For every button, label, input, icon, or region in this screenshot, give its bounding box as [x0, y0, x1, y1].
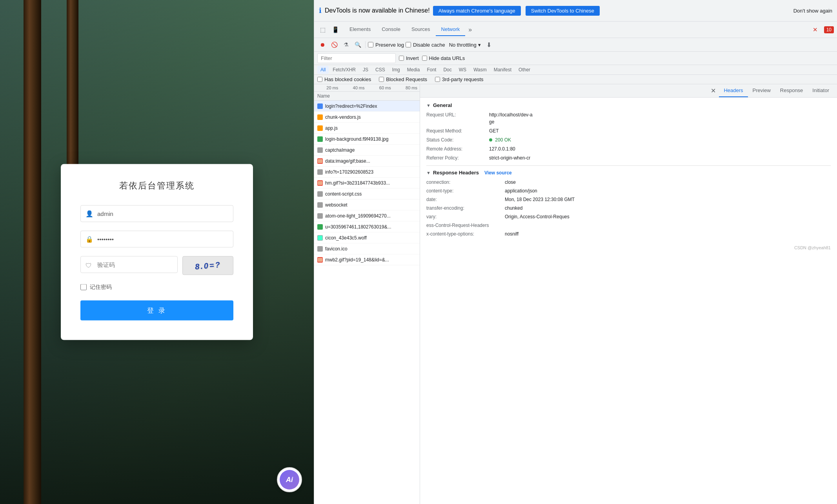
- filter-input[interactable]: [317, 53, 396, 63]
- resp-header-connection: connection: close: [426, 179, 831, 186]
- general-section-header[interactable]: ▼ General: [426, 102, 831, 108]
- resp-header-key: connection:: [426, 179, 505, 186]
- list-item[interactable]: app.js: [314, 123, 420, 134]
- view-source-link[interactable]: View source: [484, 170, 512, 176]
- filter-js[interactable]: JS: [360, 66, 371, 74]
- filter-other[interactable]: Other: [515, 66, 533, 74]
- username-group: 👤: [80, 205, 233, 222]
- list-item[interactable]: hm.gif?si=3b231847743b933...: [314, 178, 420, 189]
- tab-preview[interactable]: Preview: [748, 84, 775, 97]
- close-details-button[interactable]: ✕: [708, 85, 719, 96]
- throttling-select[interactable]: No throttling ▾: [447, 41, 483, 49]
- user-icon: 👤: [86, 210, 93, 218]
- svg-rect-0: [318, 159, 322, 163]
- blocked-requests-checkbox[interactable]: [379, 77, 384, 82]
- info-icon: ℹ: [319, 6, 322, 15]
- search-button[interactable]: 🔍: [353, 40, 363, 50]
- close-devtools-btn[interactable]: ✕: [810, 24, 821, 35]
- blocked-requests-label[interactable]: Blocked Requests: [386, 76, 427, 82]
- third-party-filter: 3rd-party requests: [435, 76, 484, 82]
- requests-section: 20 ms 40 ms 60 ms 80 ms Name login?redir…: [314, 84, 420, 504]
- list-item[interactable]: atom-one-light_16909694270...: [314, 210, 420, 221]
- tab-initiator[interactable]: Initiator: [808, 84, 834, 97]
- tab-response[interactable]: Response: [775, 84, 808, 97]
- resp-header-value: close: [505, 179, 516, 186]
- request-type-icon: [317, 180, 323, 186]
- resp-header-key: ess-Control-Request-Headers: [426, 222, 505, 229]
- third-party-checkbox[interactable]: [435, 77, 440, 82]
- record-button[interactable]: ⏺: [317, 40, 328, 50]
- blocked-cookies-label[interactable]: Has blocked cookies: [324, 76, 371, 82]
- filter-icon-button[interactable]: ⚗: [341, 40, 351, 50]
- list-item[interactable]: captchaImage: [314, 145, 420, 156]
- dont-show-button[interactable]: Don't show again: [793, 8, 832, 14]
- blocked-cookies-checkbox[interactable]: [317, 77, 322, 82]
- remember-label[interactable]: 记住密码: [90, 284, 112, 291]
- remember-checkbox[interactable]: [80, 284, 87, 290]
- filter-font[interactable]: Font: [424, 66, 439, 74]
- resp-header-value: chunked: [505, 205, 522, 212]
- tab-headers[interactable]: Headers: [719, 84, 748, 97]
- invert-label[interactable]: Invert: [406, 55, 419, 61]
- list-item[interactable]: websocket: [314, 199, 420, 210]
- third-party-label[interactable]: 3rd-party requests: [442, 76, 484, 82]
- tab-elements[interactable]: Elements: [344, 23, 376, 36]
- svg-rect-2: [318, 236, 322, 240]
- disable-cache-checkbox[interactable]: [406, 42, 411, 47]
- list-item[interactable]: login-background.f9f49138.jpg: [314, 134, 420, 145]
- tab-network[interactable]: Network: [436, 23, 466, 36]
- download-icon[interactable]: ⬇: [486, 41, 491, 49]
- response-headers-section-header[interactable]: ▼ Response Headers View source: [426, 170, 831, 176]
- preserve-log-checkbox[interactable]: [368, 42, 373, 47]
- resp-header-value: nosniff: [505, 230, 519, 237]
- filter-ws[interactable]: WS: [456, 66, 469, 74]
- invert-checkbox[interactable]: [399, 56, 404, 61]
- password-input[interactable]: [80, 231, 233, 248]
- preserve-log-label[interactable]: Preserve log: [375, 42, 404, 48]
- filter-media[interactable]: Media: [404, 66, 423, 74]
- list-item[interactable]: data:image/gif;base...: [314, 156, 420, 167]
- list-item[interactable]: cicon_43e43c5.woff: [314, 232, 420, 243]
- details-tab-bar: ✕ Headers Preview Response Initiator: [420, 84, 837, 98]
- stop-button[interactable]: 🚫: [329, 40, 339, 50]
- devtools-tab-bar: ⬚ 📱 Elements Console Sources Network » ✕…: [314, 22, 837, 38]
- svg-rect-1: [318, 181, 322, 185]
- ai-button[interactable]: Ai: [277, 467, 302, 492]
- disable-cache-label[interactable]: Disable cache: [413, 42, 445, 48]
- filter-all[interactable]: All: [317, 66, 329, 74]
- request-url-value: http://localhost/dev-age: [489, 111, 533, 125]
- username-input[interactable]: [80, 205, 233, 222]
- switch-chinese-button[interactable]: Switch DevTools to Chinese: [526, 6, 600, 16]
- list-item[interactable]: u=3035967461,1802763019&...: [314, 221, 420, 232]
- list-item[interactable]: chunk-vendors.js: [314, 112, 420, 123]
- match-language-button[interactable]: Always match Chrome's language: [433, 6, 521, 16]
- request-type-icon: [317, 202, 323, 208]
- request-type-icon: [317, 158, 323, 164]
- list-item[interactable]: mwb2.gif?pid=19_148&lid=&...: [314, 254, 420, 265]
- password-group: 🔒: [80, 231, 233, 248]
- device-icon[interactable]: 📱: [330, 24, 341, 35]
- more-tabs-button[interactable]: »: [465, 25, 475, 35]
- remote-address-key: Remote Address:: [426, 145, 489, 152]
- devtools-toolbar-icons: ⬚ 📱: [317, 24, 341, 35]
- filter-fetch-xhr[interactable]: Fetch/XHR: [329, 66, 359, 74]
- filter-img[interactable]: Img: [389, 66, 403, 74]
- captcha-input[interactable]: [80, 256, 178, 273]
- throttling-arrow: ▾: [478, 42, 481, 48]
- list-item[interactable]: info?t=1702902608523: [314, 167, 420, 178]
- filter-doc[interactable]: Doc: [440, 66, 455, 74]
- cursor-icon[interactable]: ⬚: [317, 24, 328, 35]
- request-type-icon: [317, 114, 323, 120]
- list-item[interactable]: favicon.ico: [314, 243, 420, 254]
- list-item[interactable]: login?redirect=%2Findex: [314, 101, 420, 112]
- hide-data-label[interactable]: Hide data URLs: [429, 55, 465, 61]
- hide-data-checkbox[interactable]: [422, 56, 427, 61]
- login-button[interactable]: 登 录: [80, 301, 233, 321]
- filter-css[interactable]: CSS: [372, 66, 388, 74]
- filter-manifest[interactable]: Manifest: [491, 66, 515, 74]
- tab-console[interactable]: Console: [376, 23, 406, 36]
- tab-sources[interactable]: Sources: [406, 23, 436, 36]
- captcha-image[interactable]: 8.0=?: [182, 256, 233, 275]
- list-item[interactable]: content-script.css: [314, 189, 420, 199]
- filter-wasm[interactable]: Wasm: [470, 66, 490, 74]
